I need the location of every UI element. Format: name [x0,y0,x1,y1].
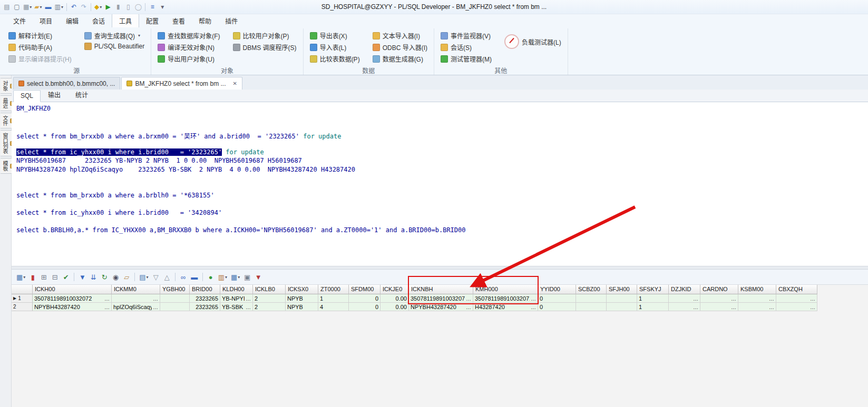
delete-record-button[interactable]: ⊟ [50,271,60,283]
clear-button[interactable]: ▱ [121,271,132,283]
grid-cell[interactable]: 350781198910032072… [473,294,538,303]
cell-ellipsis-button[interactable]: … [731,304,736,310]
cell-ellipsis-button[interactable]: … [104,304,110,310]
column-header-icksx0[interactable]: ICKSX0 [286,285,318,294]
column-header-ickje0[interactable]: ICKJE0 [381,285,409,294]
menu-tab-plugins[interactable]: 插件 [218,14,245,27]
report-button[interactable]: ▤▾ [138,271,150,283]
grid-cell[interactable]: 2 [253,303,286,311]
column-header-sfskyj[interactable]: SFSKYJ [637,285,669,294]
query-builder-button[interactable]: 查询生成器(Q)▾ [82,30,147,41]
export-user-objects-button[interactable]: 导出用户对象(U) [155,53,222,64]
explain-plan-button[interactable]: 解释计划(E) [6,30,74,41]
open-button[interactable]: ▰▾ [33,2,43,12]
column-header-ksbm00[interactable]: KSBM00 [738,285,776,294]
cell-ellipsis-button[interactable]: … [246,304,251,310]
logon-button[interactable]: ◆▾ [93,2,103,12]
new-template-button[interactable]: ▦▾ [22,2,33,12]
grid-selector-button[interactable]: ▦▾ [15,271,27,283]
preferences-button[interactable]: ≡ [148,2,157,12]
grid-cell[interactable]: NPYB [286,294,318,303]
grid-cell[interactable]: 350781198910032072… [409,294,473,303]
cell-ellipsis-button[interactable]: … [531,296,536,302]
column-header-brid00[interactable]: BRID00 [190,285,220,294]
cell-ellipsis-button[interactable]: … [769,304,774,310]
column-header-kmh000[interactable]: KMH000 [473,285,538,294]
cell-ellipsis-button[interactable]: … [153,304,158,310]
column-header-sfjh00[interactable]: SFJH00 [607,285,637,294]
print-button[interactable]: ▥▾ [54,2,64,12]
editor-tab-statistics[interactable]: 统计 [68,88,95,102]
grid-cell[interactable]: 1 [637,294,669,303]
refresh-button[interactable]: ↻ [99,271,110,283]
column-header-ickh00[interactable]: ICKH00 [33,285,112,294]
grid-cell[interactable]: 1 [318,294,349,303]
grid-cell[interactable]: NPYBH43287420… [33,303,112,311]
grid-cell[interactable]: 0.00 [381,294,409,303]
grid-cell[interactable]: 0.00 [381,303,409,311]
menu-tab-project[interactable]: 项目 [33,14,59,27]
odbc-importer-button[interactable]: ODBC 导入器(I) [370,42,430,53]
lock-button[interactable]: ▮ [113,2,123,12]
dbms-scheduler-button[interactable]: DBMS 调度程序(S) [231,42,299,53]
menu-tab-file[interactable]: 文件 [6,14,33,27]
copy-button[interactable]: ▣ [242,271,252,283]
column-header-icklb0[interactable]: ICKLB0 [253,285,286,294]
add-record-button[interactable]: ⊞ [38,271,49,283]
save-button[interactable]: ▬ [44,2,53,12]
sort-descending-button[interactable]: ▽ [151,271,161,283]
grid-cell[interactable]: YB-SBK… [220,303,253,311]
grid-cell[interactable]: 2323265 [190,294,220,303]
menu-tab-edit[interactable]: 编辑 [59,14,85,27]
editor-tab-output[interactable]: 输出 [41,88,68,102]
code-assistant-button[interactable]: 代码助手(A) [6,42,74,53]
document-tab[interactable]: BM_JKFHZ0 select * from bm ...✕ [121,77,242,90]
grid-cell[interactable]: … [776,294,817,303]
row-header[interactable]: ▶1 [12,294,33,303]
grid-cell[interactable]: … [700,303,738,311]
column-header-yyid00[interactable]: YYID00 [538,285,576,294]
column-header-sfdm00[interactable]: SFDM00 [349,285,381,294]
grid-cell[interactable]: NPYBH43287420… [409,303,473,311]
grid-cell[interactable]: … [700,294,738,303]
column-header-cbxzqh[interactable]: CBXZQH [776,285,817,294]
view-mode-button[interactable]: ▦▾ [229,271,241,283]
grid-cell[interactable]: … [776,303,817,311]
grid-cell[interactable]: 0 [538,303,576,311]
auto-refresh-button[interactable]: ● [206,271,216,283]
menu-tab-view[interactable]: 查看 [165,14,192,27]
grid-cell[interactable] [576,294,607,303]
sessions-button[interactable]: 会话(S) [438,42,494,53]
find-button[interactable]: ◉ [110,271,121,283]
fetch-last-button[interactable]: ⇊ [88,271,99,283]
redo-button[interactable]: ↷ [79,2,89,12]
cell-ellipsis-button[interactable]: … [693,304,698,310]
compile-invalid-objects-button[interactable]: 编译无效对象(N) [155,42,222,53]
compare-user-objects-button[interactable]: 比较用户对象(P) [231,30,299,41]
grid-cell[interactable] [576,303,607,311]
grid-cell[interactable]: 2323265 [190,303,220,311]
post-record-button[interactable]: ✔ [61,271,71,283]
fetch-next-button[interactable]: ▼ [77,271,87,283]
new-button[interactable]: ▤ [2,2,12,12]
import-tables-button[interactable]: 导入表(L) [308,42,362,53]
cell-ellipsis-button[interactable]: … [246,296,251,302]
cell-ellipsis-button[interactable]: … [466,304,471,310]
menu-tab-tools[interactable]: 工具 [112,14,139,27]
cell-ellipsis-button[interactable]: … [769,296,774,302]
cell-ellipsis-button[interactable]: … [810,304,815,310]
grid-cell[interactable] [607,303,637,311]
column-header-icknbh[interactable]: ICKNBH [409,285,473,294]
grid-cell[interactable]: 0 [349,303,381,311]
grid-cell[interactable]: … [738,294,776,303]
cell-ellipsis-button[interactable]: … [810,296,815,302]
sql-editor[interactable]: BM_JKFHZ0select * from bm_brxxb0 a where… [12,102,868,266]
grid-cell[interactable]: … [669,303,700,311]
close-tab-icon[interactable]: ✕ [232,81,237,86]
compiler-hints-button[interactable]: 显示编译器提示(H) [6,53,74,64]
column-header-scbz00[interactable]: SCBZ00 [576,285,607,294]
execute-button[interactable]: ▶ [103,2,113,12]
grid-cell[interactable]: 1 [637,303,669,311]
cell-ellipsis-button[interactable]: … [153,296,158,302]
plsql-beautifier-button[interactable]: PL/SQL Beautifier [82,42,147,51]
